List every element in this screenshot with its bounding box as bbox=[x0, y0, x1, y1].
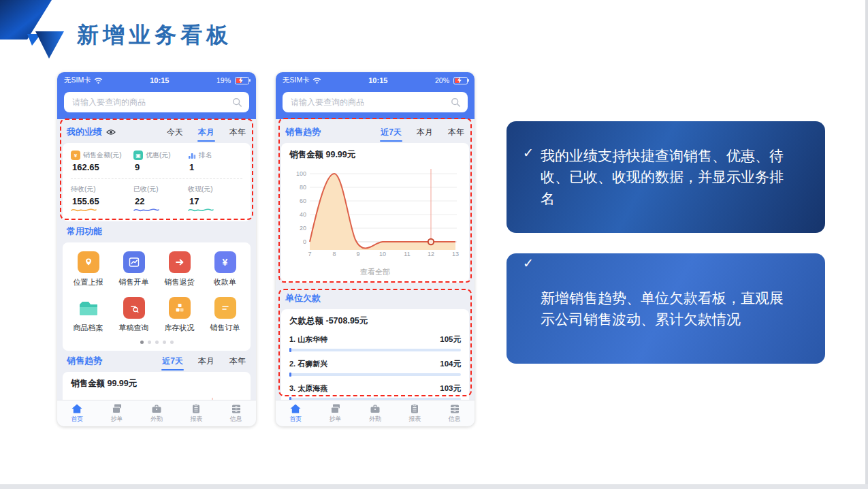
home-icon bbox=[71, 404, 82, 413]
func-receipt[interactable]: ¥ 收款单 bbox=[202, 251, 248, 287]
func-sales-order-create[interactable]: 销售开单 bbox=[111, 251, 157, 287]
battery-percent: 19% bbox=[216, 76, 231, 84]
corner-decoration bbox=[0, 0, 82, 65]
location-cloud-icon bbox=[78, 251, 99, 273]
func-location-report[interactable]: 位置上报 bbox=[65, 251, 111, 287]
tab-home[interactable]: 首页 bbox=[276, 400, 315, 426]
tab-this-year[interactable]: 本年 bbox=[229, 354, 246, 368]
svg-text:9: 9 bbox=[356, 251, 359, 257]
svg-text:0: 0 bbox=[303, 238, 306, 245]
func-sales-orders[interactable]: 销售订单 bbox=[202, 297, 248, 333]
tab-last-7-days[interactable]: 近7天 bbox=[161, 354, 184, 368]
stat-value: 1 bbox=[188, 162, 242, 172]
tab-copy-order[interactable]: 抄单 bbox=[315, 400, 355, 426]
func-draft-query[interactable]: 草稿查询 bbox=[111, 297, 157, 333]
dashboard-content: 销售趋势 近7天 本月 本年 销售金额 99.99元 0 20 bbox=[276, 119, 475, 426]
battery-percent: 20% bbox=[435, 76, 449, 84]
stat-cash: 收现(元) 17 bbox=[188, 185, 242, 213]
order-list-icon bbox=[214, 297, 236, 319]
search-input[interactable] bbox=[289, 97, 451, 108]
callout-text: 我的业绩支持快捷查询销售、优惠、待收、已收、收现的数据，并显示业务排名 bbox=[541, 145, 791, 210]
dot[interactable] bbox=[155, 341, 159, 344]
tab-field-work[interactable]: 外勤 bbox=[137, 400, 176, 426]
dot[interactable] bbox=[148, 341, 151, 344]
search-input-box[interactable] bbox=[64, 92, 249, 112]
trend-title: 销售趋势 bbox=[285, 126, 321, 138]
functions-title: 常用功能 bbox=[67, 225, 102, 238]
search-icon bbox=[232, 97, 242, 108]
performance-range-tabs: 今天 本月 本年 bbox=[166, 125, 246, 140]
search-area bbox=[276, 89, 475, 119]
debt-list-item[interactable]: 2. 石狮新兴 104元 bbox=[289, 359, 461, 376]
sales-amount-label: 销售金额 99.99元 bbox=[289, 149, 461, 161]
search-area bbox=[57, 89, 256, 119]
phone-screenshot-dashboard: 无SIM卡 10:15 20% 销售趋势 近7天 bbox=[276, 72, 475, 426]
tab-this-month[interactable]: 本月 bbox=[416, 125, 434, 140]
tab-reports[interactable]: 报表 bbox=[395, 400, 434, 426]
return-arrow-icon bbox=[169, 251, 191, 273]
copy-order-icon bbox=[330, 404, 341, 413]
pagination-dots bbox=[65, 333, 248, 347]
sales-amount-icon: ¥ bbox=[71, 151, 80, 160]
stat-value: 162.65 bbox=[71, 162, 133, 172]
rank-bars-icon bbox=[188, 152, 196, 159]
visibility-toggle[interactable] bbox=[106, 129, 116, 136]
functions-card: 位置上报 销售开单 销售退货 ¥ 收款单 bbox=[63, 242, 251, 351]
dot[interactable] bbox=[163, 341, 166, 344]
tab-today[interactable]: 今天 bbox=[166, 125, 184, 140]
charging-bolt-icon bbox=[238, 77, 244, 84]
battery-icon bbox=[235, 77, 249, 84]
tab-copy-order[interactable]: 抄单 bbox=[97, 400, 136, 426]
arrears-header: 单位欠款 bbox=[281, 291, 469, 306]
tab-field-work[interactable]: 外勤 bbox=[355, 400, 395, 426]
tab-this-month[interactable]: 本月 bbox=[197, 125, 215, 140]
stat-discount: ▣优惠(元) 9 bbox=[133, 151, 188, 172]
clipboard-icon bbox=[191, 404, 202, 413]
tab-reports[interactable]: 报表 bbox=[176, 400, 216, 426]
bottom-tab-bar: 首页 抄单 外勤 报表 信息 bbox=[276, 400, 475, 426]
trend-line-chart: 0 20 40 60 80 100 7 8 9 10 11 12 13 bbox=[289, 163, 461, 266]
tab-messages[interactable]: 信息 bbox=[216, 400, 256, 426]
checkmark-icon: ✓ bbox=[523, 253, 534, 273]
debt-list-item[interactable]: 3. 太原海燕 103元 bbox=[289, 383, 461, 400]
stat-value: 9 bbox=[133, 162, 188, 172]
func-inventory-status[interactable]: 库存状况 bbox=[157, 297, 202, 333]
func-sales-return[interactable]: 销售退货 bbox=[157, 251, 202, 287]
debt-list-item[interactable]: 1. 山东华特 105元 bbox=[289, 334, 461, 351]
tab-home[interactable]: 首页 bbox=[57, 400, 97, 426]
func-product-archive[interactable]: 商品档案 bbox=[65, 297, 111, 333]
performance-card: ¥销售金额(元) 162.65 ▣优惠(元) 9 排名 1 bbox=[63, 143, 251, 221]
svg-text:10: 10 bbox=[379, 251, 386, 257]
arrears-title: 单位欠款 bbox=[285, 292, 321, 304]
stacked-boxes-icon bbox=[169, 297, 191, 319]
sales-amount-label: 销售金额 99.99元 bbox=[71, 378, 242, 390]
sales-chart-icon bbox=[123, 251, 145, 273]
stats-row-1: ¥销售金额(元) 162.65 ▣优惠(元) 9 排名 1 bbox=[71, 151, 242, 172]
dot[interactable] bbox=[140, 341, 144, 344]
stat-receivable: 待收(元) 155.65 bbox=[71, 185, 133, 213]
tab-this-month[interactable]: 本月 bbox=[197, 354, 215, 368]
slide-right-edge bbox=[865, 0, 868, 489]
sparkline-orange bbox=[71, 206, 97, 213]
stat-rank: 排名 1 bbox=[188, 151, 242, 172]
discount-icon: ▣ bbox=[133, 151, 143, 160]
wifi-icon bbox=[94, 77, 103, 84]
tab-this-year[interactable]: 本年 bbox=[229, 125, 246, 140]
page-title: 新增业务看板 bbox=[77, 20, 232, 50]
dot[interactable] bbox=[170, 341, 174, 344]
search-input[interactable] bbox=[71, 97, 232, 108]
performance-title: 我的业绩 bbox=[67, 126, 102, 138]
tab-messages[interactable]: 信息 bbox=[435, 400, 475, 426]
tab-last-7-days[interactable]: 近7天 bbox=[380, 125, 402, 140]
trend-range-tabs: 近7天 本月 本年 bbox=[380, 125, 465, 140]
search-input-box[interactable] bbox=[283, 92, 468, 112]
view-all-link[interactable]: 查看全部 bbox=[289, 266, 461, 283]
svg-text:100: 100 bbox=[296, 170, 306, 177]
trend-card: 销售金额 99.99元 0 20 40 60 80 100 bbox=[281, 143, 469, 283]
drawers-icon bbox=[231, 404, 242, 413]
debt-bar bbox=[289, 373, 461, 376]
tab-this-year[interactable]: 本年 bbox=[447, 125, 465, 140]
trend-header: 销售趋势 近7天 本月 本年 bbox=[281, 125, 469, 140]
trend-title: 销售趋势 bbox=[67, 355, 102, 367]
drawers-icon bbox=[449, 404, 460, 413]
